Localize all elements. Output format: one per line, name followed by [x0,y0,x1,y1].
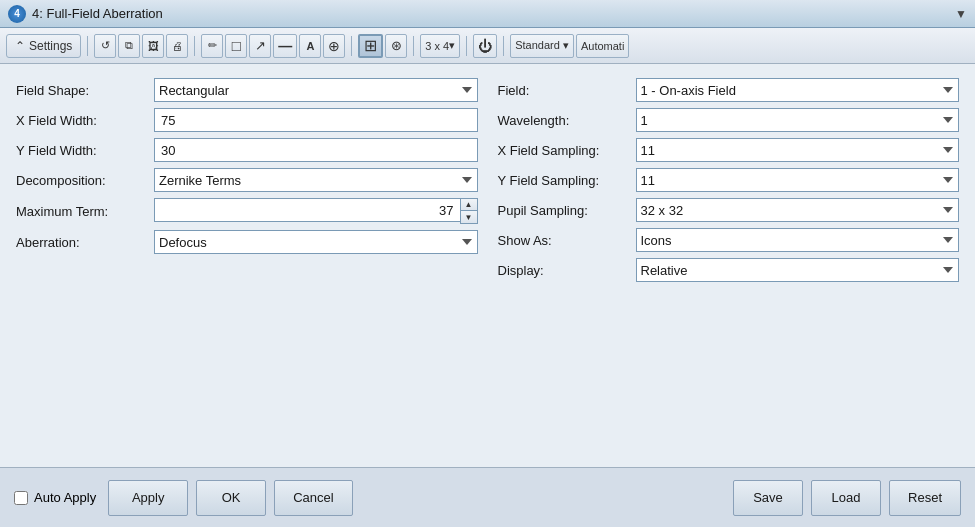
spinner-controls: ▲ ▼ [460,198,478,224]
show-as-row: Show As: Icons Coefficients Both [498,228,960,252]
pupil-sampling-select[interactable]: 8 x 8 16 x 16 32 x 32 64 x 64 [636,198,960,222]
field-label: Field: [498,83,628,98]
standard-button[interactable]: Standard ▾ [510,34,574,58]
decomposition-label: Decomposition: [16,173,146,188]
grid-size-button[interactable]: 3 x 4 ▾ [420,34,460,58]
load-button[interactable]: Load [811,480,881,516]
x-field-width-input[interactable] [154,108,478,132]
field-row: Field: 1 - On-axis Field 2 - Field 3 - F… [498,78,960,102]
x-field-width-row: X Field Width: [16,108,478,132]
rect-button[interactable]: □ [225,34,247,58]
spinner-up-button[interactable]: ▲ [461,199,477,211]
toolbar-sep-6 [503,36,504,56]
title-dropdown-arrow[interactable]: ▼ [955,7,967,21]
decomposition-row: Decomposition: Zernike Terms Taylor Term… [16,168,478,192]
toolbar-sep-3 [351,36,352,56]
stamp-button[interactable]: ⊕ [323,34,345,58]
wavelength-select[interactable]: 1 2 3 [636,108,960,132]
cancel-button[interactable]: Cancel [274,480,352,516]
auto-apply-label: Auto Apply [34,490,96,505]
toolbar-view-group: ⊞ ⊛ [358,34,407,58]
show-as-label: Show As: [498,233,628,248]
show-as-select[interactable]: Icons Coefficients Both [636,228,960,252]
line-button[interactable]: — [273,34,297,58]
apply-button[interactable]: Apply [108,480,188,516]
pupil-sampling-row: Pupil Sampling: 8 x 8 16 x 16 32 x 32 64… [498,198,960,222]
display-row: Display: Relative Absolute [498,258,960,282]
grid-size-label: 3 x 4 [425,40,449,52]
x-field-width-label: X Field Width: [16,113,146,128]
maximum-term-input[interactable] [154,198,460,222]
display-label: Display: [498,263,628,278]
pupil-sampling-label: Pupil Sampling: [498,203,628,218]
spinner-down-button[interactable]: ▼ [461,211,477,223]
toolbar-grid-size-group: 3 x 4 ▾ [420,34,460,58]
y-field-sampling-select[interactable]: 5 7 11 15 [636,168,960,192]
ok-button[interactable]: OK [196,480,266,516]
toolbar-draw-group: ✏ □ ↗ — A ⊕ [201,34,345,58]
toolbar-sep-5 [466,36,467,56]
y-field-sampling-label: Y Field Sampling: [498,173,628,188]
decomposition-select[interactable]: Zernike Terms Taylor Terms [154,168,478,192]
x-field-sampling-row: X Field Sampling: 5 7 11 15 [498,138,960,162]
copy-button[interactable]: ⧉ [118,34,140,58]
print-button[interactable]: 🖨 [166,34,188,58]
automation-label: Automati [581,40,624,52]
aberration-label: Aberration: [16,235,146,250]
x-field-sampling-label: X Field Sampling: [498,143,628,158]
settings-label: Settings [29,39,72,53]
standard-label: Standard ▾ [515,39,569,52]
bottom-bar: Auto Apply Apply OK Cancel Save Load Res… [0,467,975,527]
field-shape-select[interactable]: Rectangular Circular Hexagonal [154,78,478,102]
x-field-sampling-select[interactable]: 5 7 11 15 [636,138,960,162]
toolbar-power-group: ⏻ [473,34,497,58]
toolbar-settings-group: ⌃ Settings [6,34,81,58]
grid-button[interactable]: ⊞ [358,34,383,58]
aberration-select[interactable]: Defocus Astigmatism Coma Spherical [154,230,478,254]
window-title: 4: Full-Field Aberration [32,6,163,21]
window-icon: 4 [8,5,26,23]
layers-button[interactable]: ⊛ [385,34,407,58]
maximum-term-spinner: ▲ ▼ [154,198,478,224]
arrow-button[interactable]: ↗ [249,34,271,58]
reset-button[interactable]: Reset [889,480,961,516]
field-shape-row: Field Shape: Rectangular Circular Hexago… [16,78,478,102]
pencil-button[interactable]: ✏ [201,34,223,58]
chevron-up-icon: ⌃ [15,39,25,53]
aberration-row: Aberration: Defocus Astigmatism Coma Sph… [16,230,478,254]
y-field-width-row: Y Field Width: [16,138,478,162]
toolbar-sep-4 [413,36,414,56]
toolbar: ⌃ Settings ↺ ⧉ 🖼 🖨 ✏ □ ↗ — A ⊕ ⊞ ⊛ 3 x 4… [0,28,975,64]
wavelength-label: Wavelength: [498,113,628,128]
save-button[interactable]: Save [733,480,803,516]
toolbar-actions-group: ↺ ⧉ 🖼 🖨 [94,34,188,58]
title-bar: 4 4: Full-Field Aberration ▼ [0,0,975,28]
auto-apply-checkbox[interactable] [14,491,28,505]
toolbar-sep-2 [194,36,195,56]
image-button[interactable]: 🖼 [142,34,164,58]
auto-apply-group: Auto Apply [14,490,96,505]
display-select[interactable]: Relative Absolute [636,258,960,282]
left-panel: Field Shape: Rectangular Circular Hexago… [16,78,478,457]
text-button[interactable]: A [299,34,321,58]
settings-button[interactable]: ⌃ Settings [6,34,81,58]
power-button[interactable]: ⏻ [473,34,497,58]
field-select[interactable]: 1 - On-axis Field 2 - Field 3 - Field [636,78,960,102]
refresh-button[interactable]: ↺ [94,34,116,58]
y-field-width-input[interactable] [154,138,478,162]
field-shape-label: Field Shape: [16,83,146,98]
main-content: Field Shape: Rectangular Circular Hexago… [0,64,975,467]
maximum-term-label: Maximum Term: [16,204,146,219]
wavelength-row: Wavelength: 1 2 3 [498,108,960,132]
toolbar-standard-group: Standard ▾ Automati [510,34,629,58]
maximum-term-row: Maximum Term: ▲ ▼ [16,198,478,224]
automation-button[interactable]: Automati [576,34,629,58]
toolbar-sep-1 [87,36,88,56]
right-panel: Field: 1 - On-axis Field 2 - Field 3 - F… [498,78,960,457]
y-field-width-label: Y Field Width: [16,143,146,158]
y-field-sampling-row: Y Field Sampling: 5 7 11 15 [498,168,960,192]
